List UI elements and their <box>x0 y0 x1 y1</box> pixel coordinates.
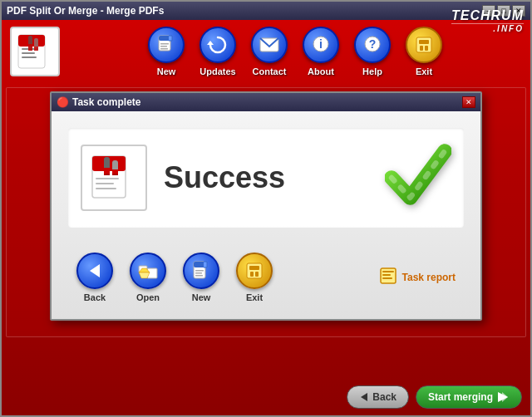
svg-rect-11 <box>159 36 170 41</box>
svg-rect-43 <box>195 272 202 274</box>
about-icon: i <box>303 27 339 63</box>
toolbar-btn-about[interactable]: i About <box>303 27 339 76</box>
svg-rect-24 <box>425 46 428 51</box>
dialog-title-icon: 🔴 <box>57 96 69 108</box>
back-button-label: Back <box>372 391 397 403</box>
toolbar: New Updates Contact <box>2 20 530 83</box>
svg-rect-22 <box>419 40 429 44</box>
help-label: Help <box>362 66 382 76</box>
app-logo <box>10 27 60 76</box>
success-app-icon <box>81 145 147 211</box>
svg-rect-9 <box>34 47 38 51</box>
dialog-exit-icon <box>236 253 273 289</box>
bottom-bar: Back Start merging <box>2 379 530 415</box>
title-bar-text: PDF Split Or Merge - Merge PDFs <box>7 5 164 17</box>
success-area: Success <box>68 128 464 228</box>
svg-rect-41 <box>194 262 205 267</box>
svg-rect-44 <box>195 275 203 277</box>
techrum-logo: TECHRUM .INFO <box>451 8 524 33</box>
back-button[interactable]: Back <box>347 385 409 409</box>
checkmark-area <box>316 140 451 215</box>
exit-icon <box>406 27 442 63</box>
svg-marker-53 <box>361 393 367 401</box>
svg-rect-51 <box>382 274 391 276</box>
svg-text:?: ? <box>369 37 377 51</box>
task-report-icon <box>379 267 397 289</box>
svg-marker-15 <box>207 41 214 45</box>
checkmark-icon <box>385 140 451 215</box>
dialog-overlay: 🔴 Task complete ✕ <box>2 83 530 346</box>
svg-rect-14 <box>160 48 168 50</box>
new-icon <box>148 27 185 63</box>
dialog-back-button[interactable]: Back <box>76 253 113 302</box>
svg-rect-5 <box>22 56 37 58</box>
svg-rect-23 <box>420 46 423 51</box>
start-arrow-icon <box>496 391 510 403</box>
svg-rect-4 <box>22 52 35 54</box>
svg-marker-37 <box>90 264 100 277</box>
dialog-exit-label: Exit <box>246 292 263 302</box>
svg-rect-36 <box>96 188 116 189</box>
start-merging-button[interactable]: Start merging <box>416 385 522 409</box>
dialog-new-icon <box>183 253 219 289</box>
contact-icon <box>251 27 288 63</box>
svg-rect-33 <box>112 174 118 175</box>
dialog-open-label: Open <box>136 292 160 302</box>
help-icon: ? <box>354 27 391 63</box>
exit-label: Exit <box>416 66 432 76</box>
dialog-back-icon <box>76 253 113 289</box>
back-arrow-icon <box>359 392 369 402</box>
updates-icon <box>200 27 236 63</box>
dialog-new-button[interactable]: New <box>183 253 219 302</box>
svg-rect-12 <box>160 43 169 45</box>
svg-rect-50 <box>382 271 394 272</box>
svg-rect-46 <box>249 266 259 270</box>
dialog-titlebar: 🔴 Task complete ✕ <box>52 93 480 111</box>
dialog-open-button[interactable]: Open <box>130 253 166 302</box>
toolbar-buttons: New Updates Contact <box>68 27 522 76</box>
task-complete-dialog: 🔴 Task complete ✕ <box>50 91 482 321</box>
toolbar-btn-updates[interactable]: Updates <box>200 27 236 76</box>
toolbar-btn-help[interactable]: ? Help <box>354 27 391 76</box>
dialog-back-label: Back <box>84 292 106 302</box>
success-text: Success <box>164 160 299 195</box>
app-window: PDF Split Or Merge - Merge PDFs – □ ✕ <box>0 0 532 417</box>
svg-rect-8 <box>28 44 32 51</box>
svg-rect-35 <box>96 183 114 184</box>
main-content: 🔴 Task complete ✕ <box>2 83 530 379</box>
dialog-title: 🔴 Task complete <box>57 96 140 108</box>
new-label: New <box>157 66 176 76</box>
about-label: About <box>308 66 334 76</box>
svg-marker-55 <box>502 392 508 402</box>
svg-rect-48 <box>255 272 259 277</box>
dialog-open-icon <box>130 253 166 289</box>
action-buttons: Back <box>76 253 273 302</box>
svg-rect-13 <box>160 46 167 47</box>
svg-text:i: i <box>319 37 323 51</box>
svg-rect-34 <box>96 178 119 179</box>
start-merging-label: Start merging <box>428 391 493 403</box>
dialog-actions: Back <box>68 253 464 302</box>
svg-rect-42 <box>195 270 204 272</box>
task-report-link[interactable]: Task report <box>379 267 456 289</box>
dialog-new-label: New <box>192 292 211 302</box>
toolbar-btn-exit[interactable]: Exit <box>406 27 442 76</box>
dialog-body: Success <box>52 111 480 319</box>
svg-rect-52 <box>382 277 392 279</box>
task-report-label: Task report <box>402 272 456 283</box>
svg-rect-21 <box>416 37 431 52</box>
svg-rect-47 <box>250 272 254 277</box>
dialog-close-button[interactable]: ✕ <box>462 96 475 108</box>
svg-rect-30 <box>104 174 110 175</box>
toolbar-btn-contact[interactable]: Contact <box>251 27 288 76</box>
dialog-exit-button[interactable]: Exit <box>236 253 273 302</box>
toolbar-btn-new[interactable]: New <box>148 27 185 76</box>
svg-rect-45 <box>247 263 262 278</box>
contact-label: Contact <box>253 66 287 76</box>
updates-label: Updates <box>200 66 235 76</box>
